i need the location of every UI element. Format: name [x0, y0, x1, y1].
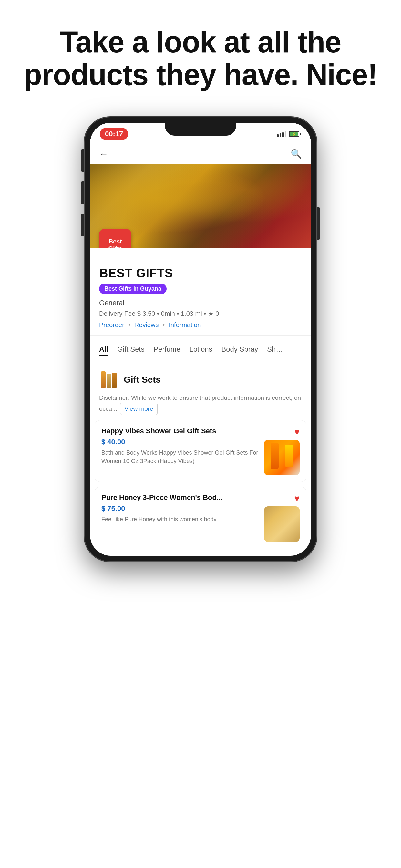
disclaimer: Disclaimer: While we work to ensure that… [90, 393, 311, 420]
product-card-1: Happy Vibes Shower Gel Gift Sets $ 40.00… [95, 420, 306, 482]
phone-screen: 00:17 ⚡ ← 🔍 [90, 123, 311, 556]
store-links: Preorder • Reviews • Information [99, 321, 302, 329]
product-actions-2: ♥ [264, 493, 300, 542]
divider-1 [90, 335, 311, 336]
tab-gift-sets[interactable]: Gift Sets [117, 345, 144, 355]
product-desc-1: Bath and Body Works Happy Vibes Shower G… [101, 449, 259, 465]
status-time: 00:17 [100, 128, 128, 140]
hero-image: Best Gifts [90, 164, 311, 248]
dot-2: • [162, 321, 165, 329]
tab-body-spray[interactable]: Body Spray [221, 345, 258, 355]
product-desc-2: Feel like Pure Honey with this women's b… [101, 516, 259, 523]
phone-frame: 00:17 ⚡ ← 🔍 [84, 117, 317, 562]
view-more-button[interactable]: View more [120, 403, 157, 415]
store-info: BEST GIFTS Best Gifts in Guyana General … [90, 248, 311, 329]
reviews-link[interactable]: Reviews [134, 321, 159, 329]
tab-more[interactable]: Sh… [267, 345, 283, 355]
store-meta: Delivery Fee $ 3.50 • 0min • 1.03 mi • ★… [99, 310, 302, 317]
product-name-2: Pure Honey 3-Piece Women's Bod... [101, 493, 259, 502]
product-actions-1: ♥ [264, 427, 300, 475]
favorite-button-1[interactable]: ♥ [294, 427, 300, 437]
section-header-gift-sets: Gift Sets [90, 362, 311, 393]
notch [165, 123, 236, 135]
signal-icon [277, 131, 286, 137]
search-button[interactable]: 🔍 [290, 149, 302, 159]
dot-1: • [128, 321, 130, 329]
product-price-1: $ 40.00 [101, 438, 259, 446]
nav-bar: ← 🔍 [90, 144, 311, 164]
product-info-2: Pure Honey 3-Piece Women's Bod... $ 75.0… [101, 493, 259, 523]
status-icons: ⚡ [277, 131, 301, 137]
phone-wrapper: 00:17 ⚡ ← 🔍 [0, 104, 401, 581]
section-title-gift-sets: Gift Sets [124, 375, 161, 385]
tab-all[interactable]: All [99, 345, 108, 355]
product-card-2: Pure Honey 3-Piece Women's Bod... $ 75.0… [95, 487, 306, 551]
battery-icon: ⚡ [289, 131, 301, 137]
store-logo: Best Gifts [99, 229, 131, 248]
tab-perfume[interactable]: Perfume [153, 345, 180, 355]
store-name: BEST GIFTS [99, 267, 302, 280]
product-info-1: Happy Vibes Shower Gel Gift Sets $ 40.00… [101, 427, 259, 465]
store-logo-text-line1: Best [109, 238, 122, 245]
category-tabs: All Gift Sets Perfume Lotions Body Spray… [90, 339, 311, 362]
product-image-2 [264, 506, 300, 542]
store-category: General [99, 299, 302, 307]
product-price-2: $ 75.00 [101, 504, 259, 513]
favorite-button-2[interactable]: ♥ [294, 493, 300, 504]
preorder-link[interactable]: Preorder [99, 321, 124, 329]
gift-sets-icon [99, 370, 119, 390]
tab-lotions[interactable]: Lotions [189, 345, 212, 355]
back-button[interactable]: ← [99, 149, 108, 159]
store-badge: Best Gifts in Guyana [99, 283, 166, 294]
product-name-1: Happy Vibes Shower Gel Gift Sets [101, 427, 259, 435]
page-headline: Take a look at all the products they hav… [0, 0, 401, 104]
information-link[interactable]: Information [168, 321, 201, 329]
store-logo-text-line2: Gifts [108, 245, 122, 248]
product-image-1 [264, 440, 300, 475]
status-bar: 00:17 ⚡ [90, 123, 311, 144]
